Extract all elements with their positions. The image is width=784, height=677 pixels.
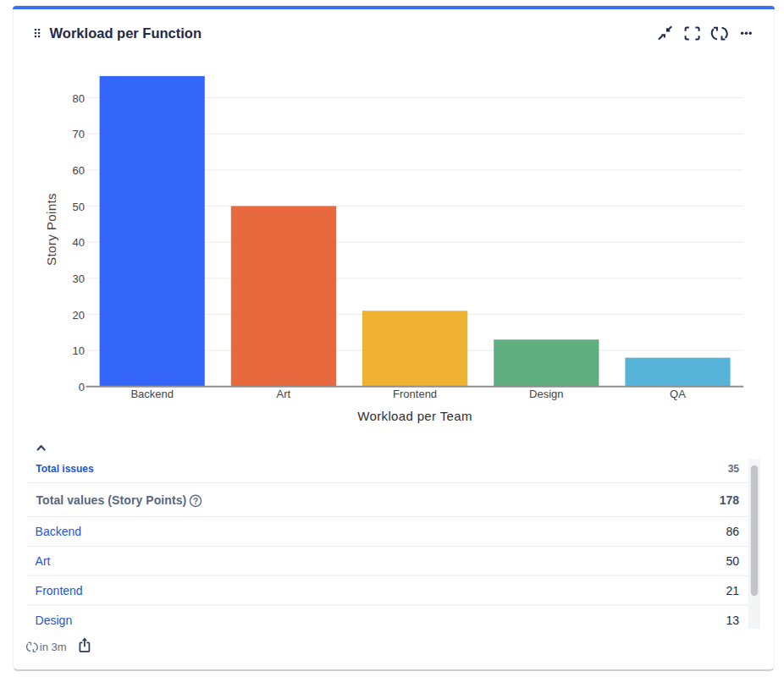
svg-text:?: ? bbox=[193, 497, 198, 506]
svg-text:Total issues: Total issues bbox=[36, 463, 94, 475]
svg-text:QA: QA bbox=[670, 388, 686, 400]
svg-text:13: 13 bbox=[726, 614, 739, 627]
svg-text:Design: Design bbox=[529, 388, 563, 400]
svg-text:10: 10 bbox=[73, 344, 85, 357]
svg-text:86: 86 bbox=[726, 525, 739, 538]
svg-text:Frontend: Frontend bbox=[393, 388, 437, 400]
svg-text:Total values (Story Points): Total values (Story Points) bbox=[36, 493, 186, 507]
svg-text:Workload per Team: Workload per Team bbox=[357, 409, 472, 423]
svg-text:Art: Art bbox=[36, 554, 51, 568]
svg-text:178: 178 bbox=[720, 493, 740, 507]
svg-text:30: 30 bbox=[73, 272, 85, 285]
svg-text:Backend: Backend bbox=[130, 388, 174, 400]
svg-text:80: 80 bbox=[73, 92, 85, 105]
svg-text:70: 70 bbox=[73, 128, 85, 140]
svg-text:Art: Art bbox=[277, 388, 291, 400]
svg-text:40: 40 bbox=[73, 236, 85, 249]
svg-text:Design: Design bbox=[36, 614, 73, 627]
svg-text:60: 60 bbox=[73, 164, 85, 177]
svg-text:in 3m: in 3m bbox=[40, 641, 67, 653]
svg-text:20: 20 bbox=[73, 309, 85, 322]
svg-text:Story Points: Story Points bbox=[44, 193, 58, 266]
svg-text:35: 35 bbox=[728, 463, 740, 475]
svg-text:0: 0 bbox=[79, 381, 85, 394]
svg-text:Backend: Backend bbox=[36, 525, 81, 538]
svg-text:Workload per Function: Workload per Function bbox=[50, 25, 202, 41]
svg-text:21: 21 bbox=[726, 584, 739, 597]
svg-text:Frontend: Frontend bbox=[36, 584, 83, 597]
svg-text:50: 50 bbox=[726, 554, 739, 568]
svg-text:50: 50 bbox=[73, 201, 85, 213]
